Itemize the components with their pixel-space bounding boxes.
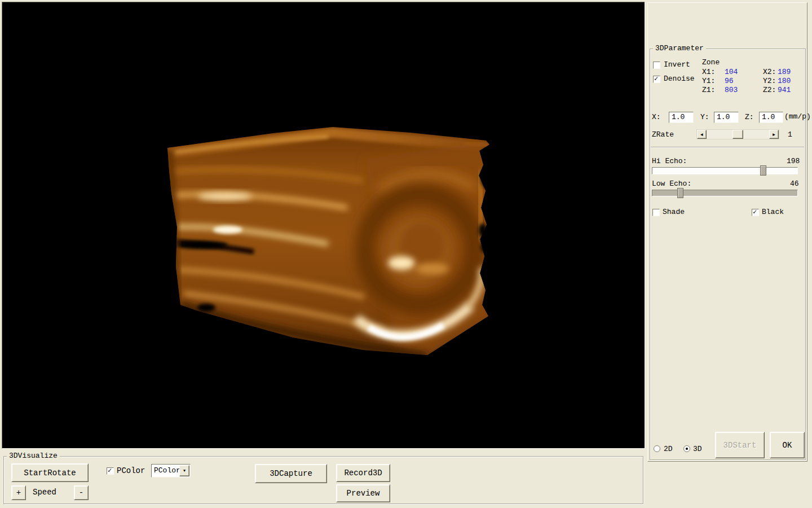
z-scale-field[interactable]: 1.0 [759,112,783,123]
shade-checkbox[interactable]: ✓ [652,209,660,216]
hi-echo-slider[interactable] [652,167,798,174]
record3d-button[interactable]: Record3D [336,464,390,482]
z-scale-label: Z: [745,113,754,121]
low-echo-slider-thumb[interactable] [677,188,683,198]
zrate-value: 1 [788,131,792,139]
pcolor-checkbox[interactable]: ✓ [107,467,114,475]
y-scale-label: Y: [700,113,709,121]
x-scale-label: X: [652,113,661,121]
black-check-glyph: ✓ [753,208,757,216]
zrate-label: ZRate [652,131,674,139]
scale-unit-label: (mm/p) [784,113,811,121]
hi-echo-label: Hi Echo: [652,157,687,165]
denoise-check-glyph: ✓ [654,75,658,83]
zrate-scrollbar[interactable]: ◄ ► [696,129,779,139]
zone-title: Zone [702,59,720,67]
mode-3d-label: 3D [693,445,702,453]
zone-x1-label: X1: [702,68,715,76]
denoise-checkbox[interactable]: ✓ [653,76,660,83]
speed-plus-button[interactable]: + [11,485,26,500]
low-echo-value: 46 [790,180,799,188]
pcolor-check-glyph: ✓ [108,467,112,475]
zone-x1-value: 104 [725,68,738,76]
zone-y2-label: Y2: [763,77,776,85]
zone-y1-value: 96 [725,77,734,85]
ok-button[interactable]: OK [770,432,805,458]
y-scale-field[interactable]: 1.0 [714,112,739,123]
zrate-left-arrow-icon[interactable]: ◄ [697,130,707,139]
black-label: Black [762,208,784,216]
parameter-panel: 3DParameter ✓ Invert ✓ Denoise Zone X1: … [647,2,807,462]
zone-x2-label: X2: [763,68,776,76]
zone-z1-label: Z1: [702,86,715,94]
preview-button[interactable]: Preview [336,484,390,502]
separator [651,147,804,148]
pcolor-combobox-dropdown-icon[interactable]: ▼ [179,465,189,476]
hi-echo-value: 198 [787,157,800,165]
invert-checkbox[interactable]: ✓ [653,62,660,69]
invert-label: Invert [664,61,690,69]
group-3dparameter: 3DParameter [650,49,806,460]
low-echo-label: Low Echo: [652,180,691,188]
speed-minus-button[interactable]: - [74,485,89,500]
pcolor-combobox-value: PColor [154,467,180,475]
3dstart-button[interactable]: 3DStart [715,432,765,458]
denoise-label: Denoise [664,75,695,83]
zone-z2-value: 941 [778,86,791,94]
shade-label: Shade [663,208,685,216]
3dcapture-button[interactable]: 3DCapture [255,464,327,483]
zrate-right-arrow-icon[interactable]: ► [769,130,779,139]
mode-2d-radio[interactable] [654,445,660,452]
mode-3d-radio-dot [686,448,688,450]
start-rotate-button[interactable]: StartRotate [11,463,89,482]
mode-2d-label: 2D [664,445,673,453]
x-scale-field[interactable]: 1.0 [669,112,694,123]
app-window: { "colors": { "window_bg": "#ECE9D8", "v… [0,0,812,508]
hi-echo-slider-thumb[interactable] [760,165,766,176]
group-3dparameter-title: 3DParameter [653,45,706,52]
pcolor-combobox[interactable]: PColor ▼ [151,464,191,478]
zone-y2-value: 180 [778,77,791,85]
volume-render-image [2,2,645,449]
speed-label: Speed [33,488,56,496]
mode-3d-radio[interactable] [683,445,690,452]
pcolor-label: PColor [117,467,145,475]
low-echo-slider[interactable] [652,190,798,196]
zrate-scrollbar-thumb[interactable] [732,130,743,139]
black-checkbox[interactable]: ✓ [752,209,759,216]
zone-y1-label: Y1: [702,77,715,85]
zone-z2-label: Z2: [763,86,776,94]
3d-viewport[interactable] [2,2,645,449]
zone-x2-value: 189 [778,68,791,76]
group-3dvisualize-title: 3DVisualize [7,452,60,460]
zone-z1-value: 803 [725,86,738,94]
